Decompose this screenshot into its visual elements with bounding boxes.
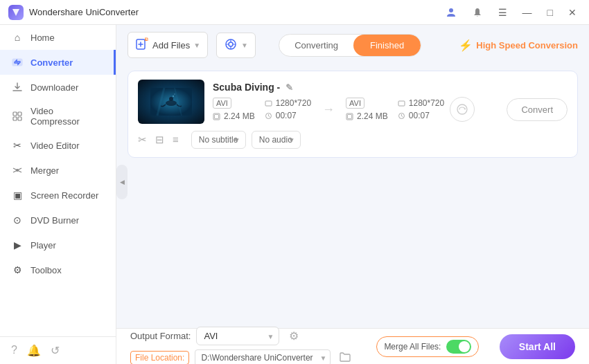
player-icon: ▶ <box>11 239 24 251</box>
svg-rect-1 <box>12 59 22 66</box>
tab-finished[interactable]: Finished <box>353 35 421 56</box>
convert-settings-icon[interactable] <box>450 97 475 122</box>
audio-select[interactable]: No audio <box>252 131 301 149</box>
file-card: Scuba Diving - ✎ AVI 2.2 <box>128 71 578 158</box>
subtitle-select-wrapper: No subtitle ▼ <box>191 131 246 149</box>
sidebar-item-toolbox[interactable]: ⚙ Toolbox <box>0 257 116 282</box>
svg-rect-17 <box>265 101 272 106</box>
subtitle-select[interactable]: No subtitle <box>191 131 246 149</box>
downloader-icon <box>11 81 24 93</box>
sidebar-item-merger[interactable]: Merger <box>0 158 116 183</box>
high-speed-conversion-button[interactable]: ⚡ High Speed Conversion <box>459 39 578 52</box>
sidebar-label-screen-recorder: Screen Recorder <box>30 190 98 201</box>
svg-rect-3 <box>18 112 21 116</box>
main-content: Add Files ▼ ▼ Converting Finished ⚡ <box>116 25 589 364</box>
bookmark-icon[interactable]: ⊟ <box>155 134 164 146</box>
sidebar-label-converter: Converter <box>30 57 73 68</box>
sidebar-label-video-editor: Video Editor <box>30 140 80 151</box>
sidebar-item-home[interactable]: ⌂ Home <box>0 25 116 50</box>
source-meta-2: 1280*720 00:07 <box>265 98 311 120</box>
home-icon: ⌂ <box>11 31 24 44</box>
speed-icon: ⚡ <box>459 39 473 52</box>
file-location-label: File Location: <box>130 351 189 364</box>
output-settings-icon[interactable]: ⚙ <box>289 329 299 343</box>
source-meta: AVI 2.24 MB <box>213 98 255 121</box>
app-title: Wondershare UniConverter <box>29 7 441 17</box>
file-name: Scuba Diving - ✎ <box>213 82 568 93</box>
sidebar-label-downloader: Downloader <box>30 82 78 93</box>
file-area: Scuba Diving - ✎ AVI 2.2 <box>116 65 589 328</box>
sidebar-item-player[interactable]: ▶ Player <box>0 233 116 257</box>
format-button[interactable]: ▼ <box>216 33 256 58</box>
dest-format: AVI <box>346 98 388 109</box>
alert-icon[interactable]: 🔔 <box>27 344 41 357</box>
notification-button[interactable] <box>468 3 487 22</box>
output-format-select[interactable]: AVI MP4 MKV MOV <box>196 327 279 345</box>
merge-toggle-switch[interactable] <box>446 340 471 354</box>
file-info: Scuba Diving - ✎ AVI 2.2 <box>213 82 568 122</box>
refresh-icon[interactable]: ↺ <box>51 344 60 357</box>
video-editor-icon: ✂ <box>11 139 24 152</box>
converter-icon <box>11 56 24 69</box>
source-size: 2.24 MB <box>213 111 255 121</box>
toggle-knob <box>459 341 470 352</box>
svg-rect-5 <box>18 117 21 120</box>
sidebar-item-video-editor[interactable]: ✂ Video Editor <box>0 133 116 158</box>
convert-button[interactable]: Convert <box>507 98 568 121</box>
file-path-wrapper: D:\Wondershare UniConverter ▼ <box>195 349 331 364</box>
menu-icon[interactable]: ☰ <box>494 6 511 19</box>
adjust-icon[interactable]: ≡ <box>173 134 179 146</box>
dest-duration: 00:07 <box>398 111 444 120</box>
sidebar-item-downloader[interactable]: Downloader <box>0 75 116 100</box>
svg-point-0 <box>449 8 453 12</box>
dest-resolution: 1280*720 <box>398 98 444 108</box>
sidebar-item-screen-recorder[interactable]: ▣ Screen Recorder <box>0 183 116 208</box>
start-all-button[interactable]: Start All <box>500 334 575 359</box>
arrow-icon: → <box>322 102 335 117</box>
source-duration: 00:07 <box>265 111 311 120</box>
source-resolution: 1280*720 <box>265 98 311 108</box>
cut-icon[interactable]: ✂ <box>138 134 147 146</box>
edit-icon[interactable]: ✎ <box>285 82 293 93</box>
svg-point-13 <box>173 95 174 97</box>
svg-rect-4 <box>13 117 17 120</box>
format-icon <box>224 37 238 53</box>
profile-button[interactable] <box>441 3 461 22</box>
dvd-burner-icon: ⊙ <box>11 214 24 226</box>
file-item-bottom: ✂ ⊟ ≡ No subtitle ▼ No audio <box>138 131 568 149</box>
dest-size: 2.24 MB <box>346 111 388 121</box>
merger-icon <box>11 164 24 176</box>
add-files-button[interactable]: Add Files ▼ <box>128 32 208 58</box>
svg-rect-16 <box>215 114 219 118</box>
minimize-button[interactable]: — <box>518 6 536 19</box>
app-logo <box>8 5 24 20</box>
merge-label: Merge All Files: <box>384 342 441 352</box>
svg-point-23 <box>457 104 467 114</box>
sidebar-label-video-compressor: Video Compressor <box>30 106 105 127</box>
help-icon[interactable]: ? <box>11 344 17 357</box>
svg-rect-21 <box>398 101 405 106</box>
format-dropdown-icon: ▼ <box>241 42 248 49</box>
close-button[interactable]: ✕ <box>564 6 581 19</box>
source-format-badge: AVI <box>213 98 231 109</box>
sidebar-item-video-compressor[interactable]: Video Compressor <box>0 100 116 133</box>
source-format: AVI <box>213 98 255 109</box>
maximize-button[interactable]: □ <box>543 6 557 19</box>
collapse-handle[interactable]: ◀ <box>116 165 128 199</box>
dest-meta: AVI 2.24 MB <box>346 98 388 121</box>
sidebar-label-dvd-burner: DVD Burner <box>30 215 79 226</box>
dest-format-badge: AVI <box>346 98 364 109</box>
sidebar-label-player: Player <box>30 240 56 251</box>
add-files-dropdown-icon: ▼ <box>193 42 200 49</box>
file-item-top: Scuba Diving - ✎ AVI 2.2 <box>138 80 568 124</box>
sidebar-item-converter[interactable]: Converter <box>0 50 116 75</box>
file-path-select[interactable]: D:\Wondershare UniConverter <box>195 349 331 364</box>
merge-section: Merge All Files: <box>376 336 479 357</box>
svg-point-12 <box>169 97 173 101</box>
browse-folder-icon[interactable] <box>339 350 351 364</box>
tab-group: Converting Finished <box>279 34 421 57</box>
sidebar-label-home: Home <box>30 33 55 43</box>
tab-converting[interactable]: Converting <box>279 35 353 56</box>
sidebar-item-dvd-burner[interactable]: ⊙ DVD Burner <box>0 208 116 233</box>
merge-toggle[interactable]: Merge All Files: <box>376 336 479 357</box>
